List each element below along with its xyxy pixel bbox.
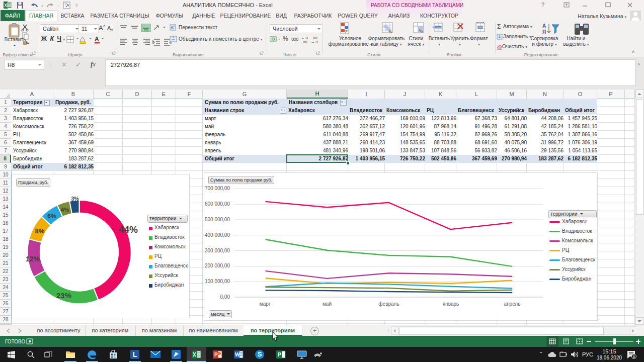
svg-text:А: А [542, 23, 546, 29]
svg-text:А: А [95, 36, 99, 43]
svg-text:→.0: →.0 [311, 40, 318, 44]
svg-text:8: 8 [633, 355, 635, 358]
svg-text:W: W [235, 352, 240, 357]
svg-text:P: P [278, 352, 281, 357]
svg-text:P: P [214, 352, 218, 357]
svg-text:≠: ≠ [345, 28, 348, 34]
svg-text:.00: .00 [302, 40, 307, 44]
svg-text:Я: Я [542, 29, 546, 35]
